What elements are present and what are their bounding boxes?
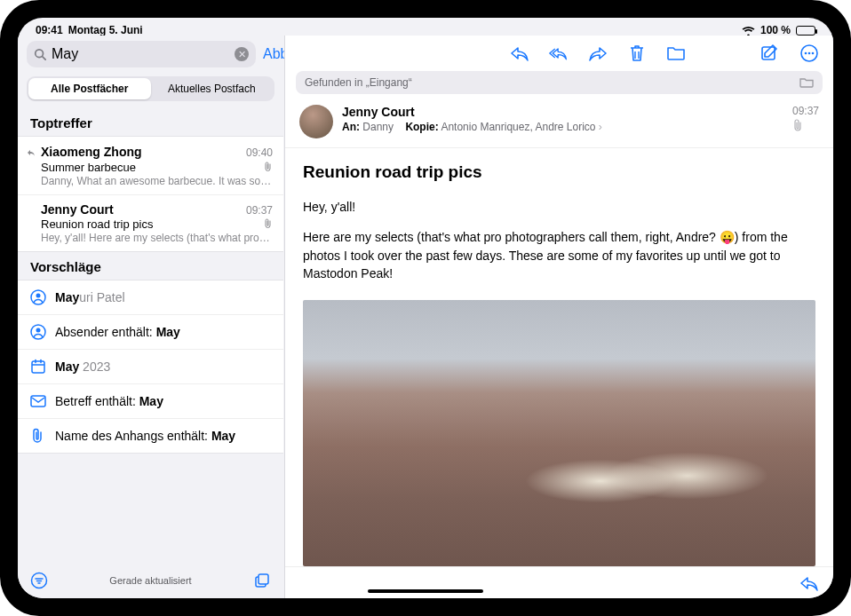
tophit-preview: Hey, y'all! Here are my selects (that's …	[41, 232, 273, 244]
message-subject: Reunion road trip pics	[303, 162, 815, 182]
move-folder-icon[interactable]	[666, 43, 686, 63]
message-footer	[285, 566, 833, 598]
suggestion-text: May 2023	[55, 359, 110, 374]
tophit-row[interactable]: Jenny Court 09:37 Reunion road trip pics…	[18, 195, 283, 251]
tophit-sender: Jenny Court	[41, 202, 114, 217]
tophit-preview: Danny, What an awesome barbecue. It was …	[41, 175, 273, 187]
sidebar-footer: Gerade aktualisiert	[18, 563, 283, 598]
svg-line-1	[43, 57, 46, 60]
tophit-subject: Summer barbecue	[41, 161, 136, 174]
message-pane: •••	[284, 36, 833, 598]
tophit-row[interactable]: Xiaomeng Zhong 09:40 Summer barbecue Dan…	[18, 137, 283, 195]
suggestion-text: Name des Anhangs enthält: May	[55, 429, 235, 443]
avatar[interactable]	[299, 105, 333, 138]
folder-icon	[799, 77, 814, 88]
forward-icon[interactable]	[588, 43, 608, 63]
search-icon	[34, 48, 46, 60]
wifi-icon	[742, 26, 755, 36]
suggestion-row[interactable]: Absender enthält: May	[18, 315, 283, 350]
message-time: 09:37	[792, 105, 819, 117]
tophit-subject: Reunion road trip pics	[41, 217, 153, 231]
mail-icon	[30, 393, 46, 409]
message-paragraph: Here are my selects (that's what pro pho…	[303, 228, 815, 282]
reply-icon[interactable]	[510, 43, 529, 63]
message-attachment-image[interactable]	[303, 300, 815, 566]
found-in-banner[interactable]: Gefunden in „Eingang“	[296, 71, 823, 94]
paperclip-icon	[792, 119, 819, 131]
tophit-time: 09:37	[246, 204, 273, 217]
segment-current-mailbox[interactable]: Aktuelles Postfach	[151, 78, 274, 99]
suggestion-text: Absender enthält: May	[55, 325, 180, 339]
svg-rect-16	[258, 574, 268, 584]
message-toolbar	[285, 36, 833, 71]
person-icon	[30, 289, 46, 305]
statusbar-time: 09:41	[36, 24, 63, 36]
home-indicator[interactable]	[368, 589, 483, 593]
sidebar-status: Gerade aktualisiert	[109, 575, 191, 586]
paperclip-icon	[30, 428, 46, 444]
to-label: An:	[342, 121, 360, 133]
statusbar-date: Montag 5. Juni	[68, 24, 143, 36]
search-input[interactable]	[52, 46, 229, 62]
suggestion-row[interactable]: May 2023	[18, 350, 283, 384]
svg-rect-6	[32, 361, 44, 373]
reply-indicator-icon	[27, 149, 34, 156]
svg-point-5	[36, 328, 41, 333]
message-header: Jenny Court An: Danny Kopie: Antonio Man…	[285, 94, 833, 148]
tophit-time: 09:40	[246, 146, 273, 159]
battery-icon	[796, 26, 815, 36]
sidebar: ✕ Abbrechen Alle Postfächer Aktuelles Po…	[18, 36, 284, 598]
suggestion-row[interactable]: Name des Anhangs enthält: May	[18, 419, 283, 453]
svg-point-3	[36, 294, 41, 298]
suggestion-row[interactable]: Betreff enthält: May	[18, 384, 283, 419]
message-body: Reunion road trip pics Hey, y'all! Here …	[285, 148, 833, 566]
clear-search-icon[interactable]: ✕	[235, 47, 249, 61]
message-cc[interactable]: Antonio Manriquez, Andre Lorico	[441, 121, 595, 133]
svg-point-22	[808, 52, 811, 55]
segment-all-mailboxes[interactable]: Alle Postfächer	[28, 78, 151, 99]
person-icon	[30, 324, 46, 340]
tophit-sender: Xiaomeng Zhong	[41, 145, 142, 159]
status-bar: 09:41 Montag 5. Juni 100 %	[18, 18, 833, 36]
suggestions-list: Mayuri Patel Absender enthält: May May 2…	[18, 280, 283, 454]
suggestion-text: Betreff enthält: May	[55, 394, 163, 408]
tophits-header: Toptreffer	[18, 108, 283, 136]
suggestion-text: Mayuri Patel	[55, 290, 125, 304]
calendar-icon	[30, 359, 46, 375]
more-icon[interactable]	[799, 43, 819, 63]
svg-point-23	[812, 52, 815, 55]
reply-all-icon[interactable]	[549, 43, 569, 63]
compose-icon[interactable]	[760, 43, 780, 63]
paperclip-icon	[264, 218, 273, 229]
suggestion-row[interactable]: Mayuri Patel	[18, 280, 283, 315]
paperclip-icon	[264, 162, 273, 172]
found-in-label: Gefunden in „Eingang“	[305, 76, 412, 89]
reply-icon[interactable]	[799, 575, 819, 591]
chevron-right-icon[interactable]: ›	[599, 121, 602, 133]
suggestions-header: Vorschläge	[18, 252, 283, 280]
message-from[interactable]: Jenny Court	[342, 105, 783, 119]
drag-handle-icon[interactable]: •••	[550, 36, 569, 41]
message-to[interactable]: Danny	[362, 121, 394, 133]
scope-segmented-control[interactable]: Alle Postfächer Aktuelles Postfach	[27, 76, 274, 101]
svg-rect-10	[31, 396, 45, 407]
filter-icon[interactable]	[30, 572, 48, 589]
tophits-list: Xiaomeng Zhong 09:40 Summer barbecue Dan…	[18, 136, 283, 252]
statusbar-battery-pct: 100 %	[760, 24, 791, 36]
svg-point-21	[805, 52, 807, 55]
cc-label: Kopie:	[405, 121, 438, 133]
new-window-icon[interactable]	[253, 572, 271, 589]
search-field[interactable]: ✕	[27, 41, 256, 67]
trash-icon[interactable]	[627, 43, 647, 63]
message-greeting: Hey, y'all!	[303, 198, 815, 216]
